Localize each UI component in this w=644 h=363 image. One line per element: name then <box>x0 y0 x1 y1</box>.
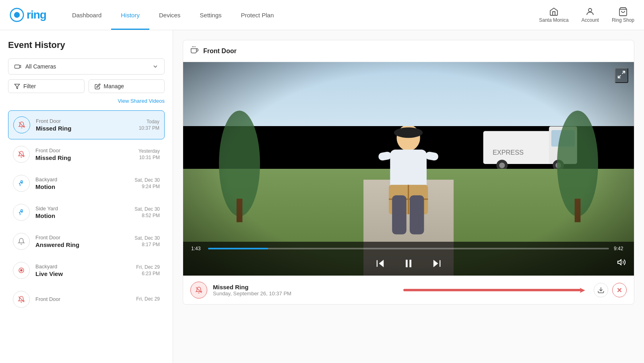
event-icon <box>13 146 30 163</box>
event-time-block: Yesterday 10:31 PM <box>138 148 160 160</box>
event-location: Side Yard <box>35 205 134 212</box>
svg-point-11 <box>21 270 23 272</box>
nav-settings[interactable]: Settings <box>190 0 231 30</box>
event-time-label: 8:52 PM <box>134 213 160 218</box>
event-time-block: Fri, Dec 29 <box>136 296 160 303</box>
nav-devices[interactable]: Devices <box>149 0 190 30</box>
event-list-item[interactable]: Backyard Live View Fri, Dec 29 6:23 PM <box>8 256 165 284</box>
event-date: Sunday, September 26, 10:37 PM <box>213 290 391 297</box>
event-action-buttons <box>594 283 627 297</box>
event-time-block: Today 10:37 PM <box>139 119 159 131</box>
event-time-label: 8:17 PM <box>134 242 160 247</box>
event-info: Backyard Live View <box>35 263 136 277</box>
event-time-label: 9:24 PM <box>134 184 160 189</box>
svg-marker-44 <box>433 260 438 268</box>
account-label: Account <box>582 17 599 23</box>
event-date-label: Fri, Dec 29 <box>136 264 160 270</box>
event-time-label: 6:23 PM <box>136 271 160 276</box>
logo-text: ring <box>27 8 46 21</box>
nav-history[interactable]: History <box>111 0 149 30</box>
shop-button[interactable]: Ring Shop <box>612 7 634 23</box>
svg-marker-5 <box>14 84 20 88</box>
event-info: Front Door <box>35 296 136 303</box>
event-info: Front Door Missed Ring <box>35 147 138 161</box>
svg-rect-42 <box>406 260 408 268</box>
manage-button[interactable]: Manage <box>89 79 165 93</box>
event-list-item[interactable]: Front Door Missed Ring Today 10:37 PM <box>8 110 165 139</box>
event-title: Missed Ring <box>213 284 391 290</box>
event-time-block: Sat, Dec 30 8:52 PM <box>134 206 160 218</box>
event-location: Front Door <box>35 234 134 241</box>
sidebar-title: Event History <box>8 40 165 50</box>
volume-button[interactable] <box>617 258 626 269</box>
location-button[interactable]: Santa Monica <box>539 7 568 23</box>
progress-fill <box>208 248 268 249</box>
event-date-label: Yesterday <box>138 148 160 154</box>
svg-marker-46 <box>618 260 621 265</box>
video-controls: 1:43 9:42 <box>183 242 634 276</box>
event-info: Backyard Motion <box>35 176 134 190</box>
close-button[interactable] <box>612 283 627 297</box>
event-type: Missed Ring <box>35 154 138 161</box>
event-info: Side Yard Motion <box>35 205 134 219</box>
sidebar: Event History All Cameras Filter <box>0 30 173 363</box>
event-icon <box>13 116 30 133</box>
share-arrow-icon: ➤ <box>579 285 586 295</box>
event-icon <box>13 233 30 250</box>
event-list-item[interactable]: Side Yard Motion Sat, Dec 30 8:52 PM <box>8 198 165 226</box>
prev-button[interactable] <box>372 255 388 272</box>
event-time-label: 10:31 PM <box>138 155 160 160</box>
event-location: Front Door <box>35 147 138 153</box>
pause-button[interactable] <box>400 255 417 272</box>
logo[interactable]: ring <box>10 8 46 22</box>
shop-label: Ring Shop <box>612 17 634 23</box>
current-time: 1:43 <box>191 246 203 251</box>
close-icon <box>616 286 623 294</box>
header: ring Dashboard History Devices Settings … <box>0 0 644 30</box>
device-name: Front Door <box>203 48 237 55</box>
event-date-label: Sat, Dec 30 <box>134 177 160 183</box>
account-button[interactable]: Account <box>582 7 599 23</box>
event-info-bar: Missed Ring Sunday, September 26, 10:37 … <box>183 276 634 304</box>
filter-manage-bar: Filter Manage <box>8 79 165 93</box>
event-time-block: Fri, Dec 29 6:23 PM <box>136 264 160 276</box>
event-list: Front Door Missed Ring Today 10:37 PM Fr… <box>8 110 165 313</box>
main-nav: Dashboard History Devices Settings Prote… <box>62 0 283 30</box>
event-date-label: Today <box>139 119 159 124</box>
event-type: Live View <box>35 270 136 277</box>
progress-track[interactable] <box>208 248 609 249</box>
filter-button[interactable]: Filter <box>8 79 85 93</box>
svg-marker-40 <box>379 260 384 268</box>
total-time: 9:42 <box>614 246 626 251</box>
cameras-label: All Cameras <box>25 63 56 70</box>
event-type: Answered Ring <box>35 241 134 248</box>
share-bar: ➤ <box>403 289 582 291</box>
nav-protect[interactable]: Protect Plan <box>231 0 284 30</box>
download-button[interactable] <box>594 283 608 297</box>
event-list-item[interactable]: Front Door Fri, Dec 29 <box>8 285 165 313</box>
video-container[interactable]: EXPRESS <box>183 62 634 276</box>
svg-rect-4 <box>15 65 20 68</box>
event-list-item[interactable]: Front Door Answered Ring Sat, Dec 30 8:1… <box>8 227 165 255</box>
event-time-block: Sat, Dec 30 9:24 PM <box>134 177 160 189</box>
next-button[interactable] <box>429 255 445 272</box>
event-location: Front Door <box>36 118 139 124</box>
shared-videos-link[interactable]: View Shared Videos <box>8 98 165 104</box>
svg-point-1 <box>14 12 20 18</box>
event-date-label: Fri, Dec 29 <box>136 296 160 302</box>
event-info-text: Missed Ring Sunday, September 26, 10:37 … <box>213 284 391 297</box>
manage-icon <box>95 83 101 89</box>
event-date-label: Sat, Dec 30 <box>134 235 160 241</box>
event-time-block: Sat, Dec 30 8:17 PM <box>134 235 160 247</box>
cameras-dropdown[interactable]: All Cameras <box>8 58 165 75</box>
event-list-item[interactable]: Front Door Missed Ring Yesterday 10:31 P… <box>8 140 165 168</box>
location-label: Santa Monica <box>539 17 568 23</box>
svg-point-9 <box>21 210 23 212</box>
nav-dashboard[interactable]: Dashboard <box>62 0 111 30</box>
event-icon <box>13 262 30 279</box>
event-list-item[interactable]: Backyard Motion Sat, Dec 30 9:24 PM <box>8 169 165 197</box>
controls-row <box>191 255 626 272</box>
video-card: Front Door <box>183 40 634 305</box>
event-type: Motion <box>35 183 134 190</box>
event-type: Missed Ring <box>36 125 139 132</box>
